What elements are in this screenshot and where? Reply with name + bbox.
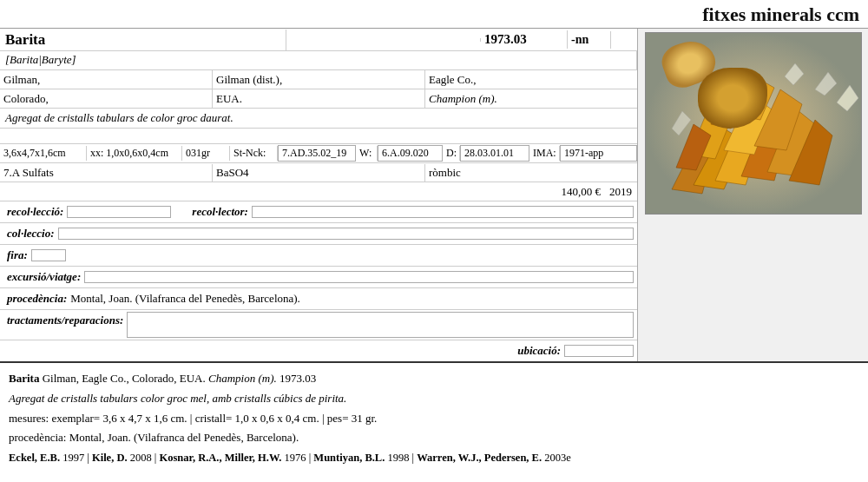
ref-kile: Kile, D. xyxy=(92,452,128,464)
location1-col3: Eagle Co., xyxy=(429,73,477,87)
bottom-catalog: 1973.03 xyxy=(277,372,317,385)
location2-col1: Colorado, xyxy=(3,92,49,106)
price-row: 140,00 € 2019 xyxy=(0,182,637,201)
location2-col2: EUA. xyxy=(216,92,242,106)
procedencia-value: Montal, Joan. (Vilafranca del Penedès, B… xyxy=(70,292,300,306)
main-area: Barita 1973.03 -nn [Barita|Baryte] xyxy=(0,29,868,361)
excursio-row: excursió/viatge: xyxy=(0,267,637,288)
d-label: D: xyxy=(446,147,457,160)
fira-label: fira: xyxy=(3,247,31,264)
bottom-line5: Eckel, E.B. 1997 | Kile, D. 2008 | Kosna… xyxy=(9,449,859,466)
description: Agregat de cristalls tabulars de color g… xyxy=(5,111,233,124)
empty-row xyxy=(0,129,637,144)
app-header: fitxes minerals ccm xyxy=(0,0,868,29)
app-title: fitxes minerals ccm xyxy=(702,3,859,25)
minerals-col3: ròmbic xyxy=(429,166,461,180)
ubicacio-label: ubicació: xyxy=(514,342,564,360)
minerals-row: 7.A Sulfats BaSO4 ròmbic xyxy=(0,163,637,182)
location1-col2: Gilman (dist.), xyxy=(216,73,282,87)
bottom-line1: Barita Gilman, Eagle Co., Colorado, EUA.… xyxy=(9,370,859,388)
bottom-references: Eckel, E.B. 1997 | Kile, D. 2008 | Kosna… xyxy=(9,452,571,464)
bottom-procedencia: procedència: Montal, Joan. (Vilafranca d… xyxy=(9,431,299,444)
excursio-label: excursió/viatge: xyxy=(3,268,84,286)
bottom-area: Barita Gilman, Eagle Co., Colorado, EUA.… xyxy=(0,361,868,472)
measures-row: 3,6x4,7x1,6cm xx: 1,0x0,6x0,4cm 031gr St… xyxy=(0,144,637,163)
measures: 3,6x4,7x1,6cm xyxy=(3,147,66,160)
alt-name-row: [Barita|Baryte] xyxy=(0,51,637,70)
price: 140,00 € xyxy=(562,185,602,199)
location2-col3: Champion (m). xyxy=(429,92,497,106)
w-label: W: xyxy=(359,147,372,160)
bottom-mineral-name: Barita xyxy=(9,372,39,385)
title-row: Barita 1973.03 -nn xyxy=(0,29,637,51)
year: 2019 xyxy=(609,185,632,199)
bottom-line4: procedència: Montal, Joan. (Vilafranca d… xyxy=(9,429,859,447)
bottom-champion: Champion (m). xyxy=(206,372,277,385)
w-value: 6.A.09.020 xyxy=(382,147,429,160)
tractaments-row: tractaments/reparacions: xyxy=(0,310,637,340)
image-area xyxy=(638,29,868,361)
recoleccio-row: recol·lecció: recol·lector: xyxy=(0,201,637,223)
mineral-name: Barita xyxy=(5,31,45,48)
mineral-svg xyxy=(646,33,862,215)
location-row-1: Gilman, Gilman (dist.), Eagle Co., xyxy=(0,70,637,89)
ubicacio-row: ubicació: xyxy=(0,340,637,361)
description-row: Agregat de cristalls tabulars de color g… xyxy=(0,109,637,129)
ref-warren: Warren, W.J., Pedersen, E. xyxy=(417,452,542,464)
procedencia-row: procedència: Montal, Joan. (Vilafranca d… xyxy=(0,288,637,310)
svg-marker-10 xyxy=(711,81,746,129)
st-nck-label: St-Nck: xyxy=(233,147,266,160)
tractaments-label: tractaments/reparacions: xyxy=(3,312,127,329)
st-nck-value: 7.AD.35.02_19 xyxy=(282,147,346,160)
weight: 031gr xyxy=(186,147,210,160)
bottom-description: Agregat de cristalls tabulars color groc… xyxy=(9,392,346,405)
bottom-location: Gilman, Eagle Co., Colorado, EUA. xyxy=(39,372,205,385)
app-container: fitxes minerals ccm Barita 1973.03 -nn xyxy=(0,0,868,472)
fira-row: fira: xyxy=(0,245,637,267)
ima-value: 1971-app xyxy=(564,147,603,160)
ref-muntiyan: Muntiyan, B.L. xyxy=(313,452,385,464)
excursio-input[interactable] xyxy=(84,271,634,283)
mineral-name-alt: [Barita|Baryte] xyxy=(5,53,76,66)
catalog-suffix: -nn xyxy=(571,33,589,47)
fira-input[interactable] xyxy=(31,249,66,261)
ima-label: IMA: xyxy=(533,147,556,160)
recoleccio-input[interactable] xyxy=(67,206,171,218)
bottom-measures: mesures: exemplar= 3,6 x 4,7 x 1,6 cm. |… xyxy=(9,412,377,425)
xx-measure: xx: 1,0x0,6x0,4cm xyxy=(90,147,168,160)
d-value: 28.03.01.01 xyxy=(464,147,514,160)
recoleccio-label: recol·lecció: xyxy=(3,203,67,221)
tractaments-input[interactable] xyxy=(127,312,634,338)
colleccio-input[interactable] xyxy=(58,228,635,240)
ref-kosnar: Kosnar, R.A., Miller, H.W. xyxy=(159,452,281,464)
catalog-number: 1973.03 xyxy=(484,32,527,47)
location1-col1: Gilman, xyxy=(3,73,40,87)
colleccio-row: col·leccio: xyxy=(0,223,637,245)
procedencia-label: procedència: xyxy=(3,290,70,307)
ref-eckel: Eckel, E.B. xyxy=(9,452,60,464)
recolector-input[interactable] xyxy=(252,206,634,218)
mineral-image xyxy=(645,32,862,215)
form-area: Barita 1973.03 -nn [Barita|Baryte] xyxy=(0,29,638,361)
minerals-col2: BaSO4 xyxy=(216,166,249,180)
colleccio-label: col·leccio: xyxy=(3,225,58,242)
location-row-2: Colorado, EUA. Champion (m). xyxy=(0,89,637,109)
bottom-line2: Agregat de cristalls tabulars color groc… xyxy=(9,390,859,408)
ubicacio-input[interactable] xyxy=(564,345,634,357)
recolector-label: recol·lector: xyxy=(188,203,252,221)
minerals-col1: 7.A Sulfats xyxy=(3,166,54,180)
bottom-line3: mesures: exemplar= 3,6 x 4,7 x 1,6 cm. |… xyxy=(9,410,859,428)
